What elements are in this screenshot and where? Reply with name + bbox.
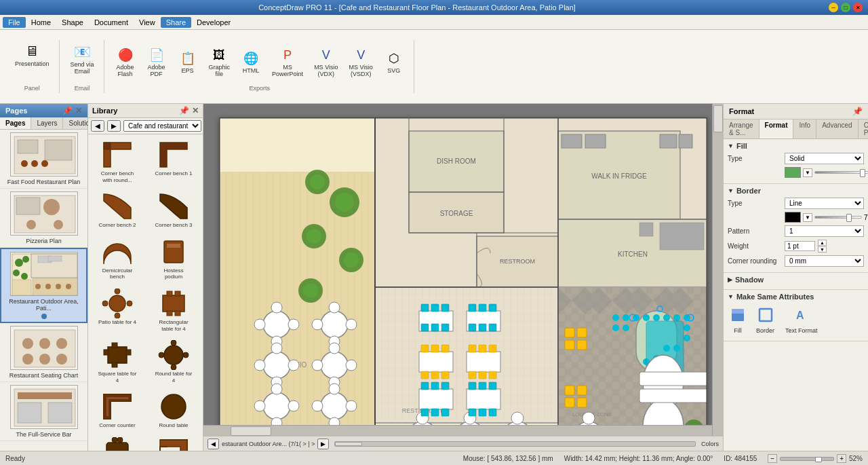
lib-item-corner-counter[interactable]: Corner counter [90, 388, 145, 432]
zoom-out-button[interactable]: − [768, 454, 777, 463]
border-pattern-select[interactable]: 1 2 3 4 [785, 225, 864, 237]
maximize-button[interactable]: □ [841, 3, 850, 12]
tab-custom[interactable]: Custom Pro... [859, 119, 868, 138]
menu-view[interactable]: View [134, 17, 161, 28]
tab-pages[interactable]: Pages [0, 117, 31, 129]
pages-pin-button[interactable]: 📌 [62, 106, 73, 115]
pages-list: Fast Food Restaurant Plan Pizzeria Plan [0, 130, 87, 451]
lib-item-corner-bench-round[interactable]: Corner benchwith round... [90, 136, 145, 187]
lib-item-patio-table-4[interactable]: Patio table for 4 [90, 284, 145, 335]
fill-opacity-thumb[interactable] [860, 169, 865, 177]
presentation-button[interactable]: 🖥 Presentation [11, 41, 54, 69]
tab-arrange[interactable]: Arrange & S... [724, 119, 760, 138]
svg-point-28 [56, 338, 67, 349]
menu-share[interactable]: Share [161, 17, 191, 28]
page-prev-button[interactable]: ◀ [208, 439, 219, 449]
page-item-full-service-bar[interactable]: The Full-Service Bar [0, 382, 87, 441]
fill-opacity-slider[interactable] [814, 171, 868, 174]
ms-powerpoint-button[interactable]: P MSPowerPoint [268, 46, 307, 79]
pages-close-button[interactable]: ✕ [75, 106, 82, 115]
page-item-seating-chart[interactable]: Restaurant Seating Chart [0, 323, 87, 382]
svg-point-192 [288, 401, 299, 411]
lib-item-corner-bench-3[interactable]: Corner bench 3 [146, 187, 201, 232]
svg-button[interactable]: ⬡ SVG [380, 49, 408, 76]
canvas-scroll[interactable]: DISH ROOM STORAGE WALK IN FRIDGE [203, 104, 723, 436]
send-email-button[interactable]: 📧 Send viaEmail [66, 41, 98, 77]
border-weight-down[interactable]: ▼ [818, 246, 827, 253]
lib-item-corner-table[interactable]: Corner table [146, 433, 201, 451]
lib-item-demicircular-bench[interactable]: Demicircularbench [90, 233, 145, 284]
svg-rect-7 [16, 198, 40, 215]
ms-visio-vsdx-button[interactable]: V MS Visio(VSDX) [344, 46, 376, 79]
scrollbar-thumb-h[interactable] [231, 426, 271, 436]
make-same-text-format-button[interactable]: A Text Format [783, 306, 821, 335]
make-same-fill-button[interactable]: Fill [728, 306, 748, 335]
library-forward-button[interactable]: ▶ [107, 120, 121, 132]
zoom-thumb[interactable] [815, 457, 822, 462]
menu-document[interactable]: Document [89, 17, 134, 28]
lib-item-rectangular-table-4[interactable]: Rectangulartable for 4 [146, 284, 201, 335]
menu-file[interactable]: File [3, 17, 26, 28]
scrollbar-thumb-v[interactable] [713, 105, 723, 132]
tab-layers[interactable]: Layers [31, 117, 63, 129]
adobe-flash-button[interactable]: 🔴 AdobeFlash [111, 45, 140, 79]
border-corner-select[interactable]: 0 mm 1 mm 2 mm 5 mm [785, 255, 864, 267]
library-close-button[interactable]: ✕ [192, 106, 199, 115]
lib-item-hostess-podium[interactable]: Hostesspodium [146, 233, 201, 284]
vertical-scrollbar[interactable] [712, 104, 723, 436]
lib-item-square-table-4[interactable]: Square table for4 [90, 336, 145, 387]
svg-rect-98 [585, 134, 606, 148]
tab-info[interactable]: Info [793, 119, 816, 138]
page-item-restaurant-outdoor[interactable]: Restaurant Outdoor Area, Pati... [0, 248, 87, 323]
lib-item-square-table-round[interactable]: Square tablewith round... [90, 433, 145, 451]
close-button[interactable]: ✕ [853, 3, 863, 12]
library-pin-button[interactable]: 📌 [179, 106, 189, 115]
menu-developer[interactable]: Developer [191, 17, 236, 28]
page-scroll-track[interactable] [334, 441, 696, 447]
shadow-section-header[interactable]: ▶ Shadow [728, 276, 864, 284]
fill-color-swatch[interactable] [785, 167, 801, 178]
border-weight-input[interactable] [785, 241, 815, 251]
library-back-button[interactable]: ◀ [91, 120, 104, 132]
menu-home[interactable]: Home [26, 17, 56, 28]
page-item-pizzeria[interactable]: Pizzeria Plan [0, 189, 87, 248]
lib-item-round-table[interactable]: Round table [146, 388, 201, 432]
zoom-in-button[interactable]: + [837, 454, 846, 463]
round-table-4-shape [156, 339, 191, 371]
ms-visio-vdx-button[interactable]: V MS Visio(VDX) [310, 46, 342, 79]
tab-format[interactable]: Format [760, 119, 794, 138]
border-opacity-slider[interactable] [814, 216, 862, 219]
graphic-file-button[interactable]: 🖼 Graphicfile [205, 46, 235, 79]
border-type-select[interactable]: Line None Double [785, 198, 864, 209]
page-item-fast-food[interactable]: Fast Food Restaurant Plan [0, 130, 87, 189]
make-same-border-button[interactable]: Border [753, 306, 777, 335]
zoom-slider[interactable] [780, 457, 834, 461]
border-color-swatch[interactable] [785, 212, 801, 223]
minimize-button[interactable]: ─ [829, 3, 838, 12]
format-pin-button[interactable]: 📌 [852, 107, 863, 116]
page-scroll-thumb[interactable] [335, 442, 362, 446]
fill-section-header[interactable]: ▼ Fill [728, 142, 864, 150]
border-section-header[interactable]: ▼ Border [728, 187, 864, 195]
lib-item-corner-bench-1[interactable]: Corner bench 1 [146, 136, 201, 187]
adobe-pdf-button[interactable]: 📄 AdobePDF [142, 45, 171, 79]
library-category-select[interactable]: Cafe and restaurant Tables Chairs Outdoo… [123, 120, 201, 132]
lib-label-hostess-podium: Hostesspodium [164, 267, 184, 280]
make-same-header[interactable]: ▼ Make Same Attributes [728, 293, 864, 301]
tab-advanced[interactable]: Advanced [816, 119, 858, 138]
border-color-arrow[interactable]: ▼ [803, 213, 812, 222]
eps-button[interactable]: 📋 EPS [174, 49, 202, 76]
html-button[interactable]: 🌐 HTML [237, 49, 265, 76]
fill-type-select[interactable]: Solid None Gradient Pattern [785, 153, 864, 164]
border-opacity-thumb[interactable] [846, 214, 852, 222]
fill-color-arrow[interactable]: ▼ [803, 168, 812, 177]
canvas[interactable]: DISH ROOM STORAGE WALK IN FRIDGE [219, 117, 707, 436]
make-same-section: ▼ Make Same Attributes Fill [724, 290, 868, 341]
svg-rect-240 [479, 324, 486, 331]
lib-item-round-table-4[interactable]: Round table for4 [146, 336, 201, 387]
lib-item-corner-bench-2[interactable]: Corner bench 2 [90, 187, 145, 232]
border-weight-up[interactable]: ▲ [818, 240, 827, 246]
menu-shape[interactable]: Shape [56, 17, 89, 28]
page-next-button[interactable]: ▶ [317, 439, 329, 449]
horizontal-scrollbar[interactable] [203, 425, 712, 436]
